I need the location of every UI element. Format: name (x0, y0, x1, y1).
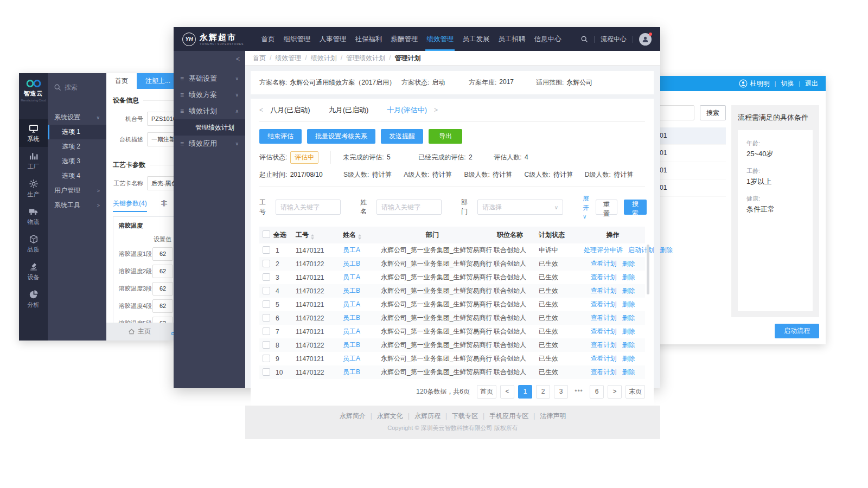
month-tab[interactable]: 九月(已启动) (329, 105, 369, 115)
menu-option[interactable]: 选项 3 (48, 154, 106, 169)
row-checkbox[interactable] (263, 300, 270, 308)
expand-link[interactable]: 展开 ∨ (583, 194, 589, 220)
row-checkbox[interactable] (263, 314, 270, 322)
employee-name-link[interactable]: 员工B (343, 287, 360, 294)
nav-item[interactable]: 员工发展 (458, 27, 494, 51)
nav-item[interactable]: 薪酬管理 (386, 27, 422, 51)
filter-input[interactable]: 请输入关键字 ∨ (376, 200, 442, 215)
sidebar-collapse-button[interactable]: < (236, 55, 240, 63)
table-scrollbar[interactable] (647, 245, 649, 294)
page-number-button[interactable]: ••• (572, 385, 586, 399)
row-checkbox[interactable] (263, 328, 270, 335)
row-action-link[interactable]: 查看计划 (591, 355, 617, 362)
nav-item[interactable]: 组织管理 (279, 27, 315, 51)
param-input[interactable]: 62 (152, 282, 173, 296)
action-button[interactable]: 批量设置考核关系 (307, 129, 375, 144)
user-menu[interactable]: 杜明明 (739, 79, 770, 88)
action-button[interactable]: 结束评估 (259, 129, 302, 144)
rail-item[interactable]: 品质 (19, 230, 48, 258)
sidebar-group[interactable]: ≡ 基础设置 ∨ (174, 70, 245, 87)
employee-name-link[interactable]: 员工A (343, 246, 360, 254)
row-action-link[interactable]: 删除 (622, 287, 635, 294)
footer-link[interactable]: 手机应用专区 (478, 412, 528, 421)
row-checkbox[interactable] (263, 260, 270, 267)
param-tab[interactable]: 关键参数(4) (113, 199, 147, 212)
page-number-button[interactable]: 6 (590, 385, 604, 399)
row-checkbox[interactable] (263, 355, 270, 362)
text-input[interactable]: PZS1010001 (147, 112, 174, 126)
search-button[interactable]: 搜索 (624, 200, 647, 215)
employee-name-link[interactable]: 员工B (343, 341, 360, 349)
action-button[interactable]: 发送提醒 (381, 129, 423, 144)
rail-item[interactable]: 分析 (19, 285, 48, 313)
row-action-link[interactable]: 删除 (622, 314, 635, 322)
row-action-link[interactable]: 删除 (622, 300, 635, 308)
footer-link[interactable]: 永辉历程 (403, 412, 441, 421)
rail-item[interactable]: 生产 (19, 175, 48, 202)
breadcrumb-item[interactable]: 管理计划 (385, 54, 420, 63)
user-avatar[interactable] (639, 33, 652, 46)
text-input[interactable]: 后壳-黑色 (147, 176, 174, 190)
search-icon[interactable] (580, 35, 588, 43)
page-first-button[interactable]: 首页 (477, 385, 496, 399)
row-checkbox[interactable] (263, 287, 270, 294)
employee-name-link[interactable]: 员工B (343, 314, 360, 322)
menu-item[interactable]: 用户管理 > (48, 183, 106, 198)
sidebar-group[interactable]: ≡ 绩效应用 ∨ (174, 136, 245, 152)
rail-item[interactable]: 物流 (19, 202, 48, 230)
footer-link[interactable]: 永辉简介 (340, 412, 366, 421)
employee-name-link[interactable]: 员工B (343, 260, 360, 267)
employee-name-link[interactable]: 员工A (343, 328, 360, 335)
breadcrumb-item[interactable]: 首页 (253, 54, 266, 63)
reset-button[interactable]: 重置 (596, 200, 617, 215)
row-action-link[interactable]: 删除 (660, 246, 673, 254)
sort-icon[interactable] (358, 234, 361, 240)
content-tab[interactable]: 注塑上... (137, 73, 174, 89)
nav-item[interactable]: 员工招聘 (494, 27, 529, 51)
switch-user-link[interactable]: 切换 (781, 79, 794, 88)
sidebar-search[interactable]: 搜索 (48, 80, 106, 95)
employee-name-link[interactable]: 员工A (343, 273, 360, 281)
process-center-link[interactable]: 流程中心 (601, 35, 627, 44)
employee-name-link[interactable]: 员工A (343, 355, 360, 362)
row-action-link[interactable]: 删除 (622, 328, 635, 335)
row-action-link[interactable]: 查看计划 (591, 273, 617, 281)
menu-option[interactable]: 选项 2 (48, 139, 106, 154)
nav-item[interactable]: 人事管理 (315, 27, 350, 51)
sidebar-group[interactable]: ≡ 绩效计划 ∧ (174, 103, 245, 119)
employee-name-link[interactable]: 员工A (343, 300, 360, 308)
page-next-button[interactable]: > (608, 385, 622, 399)
row-action-link[interactable]: 删除 (622, 355, 635, 362)
action-button[interactable]: 导出 (429, 129, 462, 144)
row-action-link[interactable]: 删除 (622, 273, 635, 281)
sort-icon[interactable] (311, 234, 314, 240)
menu-item[interactable]: 系统工具 > (48, 198, 106, 213)
row-action-link[interactable]: 处理评分申诉 (584, 246, 623, 254)
page-prev-button[interactable]: < (500, 385, 514, 399)
footer-link[interactable]: 永辉文化 (366, 412, 403, 421)
param-input[interactable]: 62 (152, 317, 173, 323)
nav-item[interactable]: 信息中心 (529, 27, 565, 51)
row-action-link[interactable]: 删除 (622, 260, 635, 267)
page-last-button[interactable]: 末页 (626, 385, 645, 399)
rail-item[interactable]: 系统 (19, 119, 48, 147)
row-checkbox[interactable] (263, 273, 270, 281)
row-action-link[interactable]: 查看计划 (591, 287, 617, 294)
param-input[interactable]: 62 (152, 265, 173, 278)
param-input[interactable]: 62 (152, 299, 173, 313)
footer-link[interactable]: 下载专区 (441, 412, 478, 421)
column-header[interactable]: 工号 (292, 227, 340, 243)
row-action-link[interactable]: 查看计划 (591, 300, 617, 308)
page-number-button[interactable]: 2 (536, 385, 550, 399)
start-process-button[interactable]: 启动流程 (775, 324, 819, 338)
month-tab[interactable]: 八月(已启动) (270, 105, 310, 115)
sidebar-item-manage-performance-plans[interactable]: 管理绩效计划 (174, 119, 245, 136)
footer-link[interactable]: 法律声明 (528, 412, 566, 421)
rail-item[interactable]: 设备 (19, 258, 48, 285)
filter-input[interactable]: 请输入关键字 ∨ (276, 200, 341, 215)
row-action-link[interactable]: 启动计划 (628, 246, 654, 254)
month-tab[interactable]: 十月(评估中) (387, 105, 427, 115)
row-checkbox[interactable] (263, 246, 270, 254)
row-action-link[interactable]: 删除 (622, 341, 635, 349)
employee-name-link[interactable]: 员工B (343, 368, 360, 376)
